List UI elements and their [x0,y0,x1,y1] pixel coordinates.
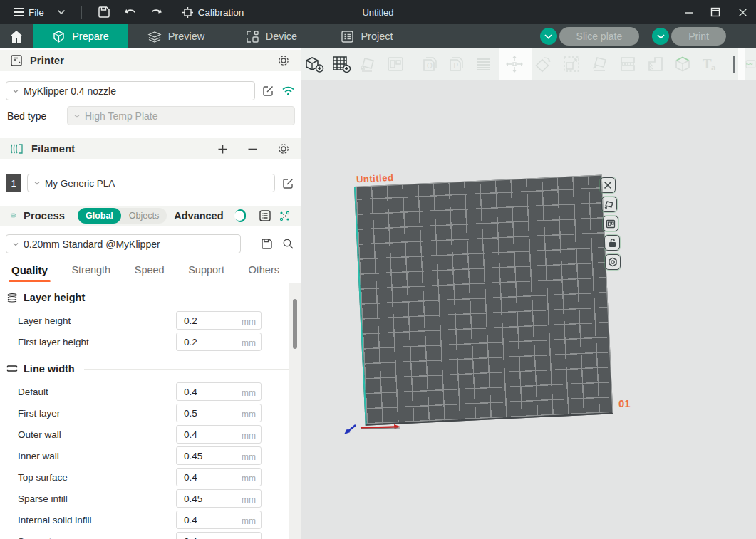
flatten-button[interactable] [589,53,611,75]
search-settings-button[interactable] [281,237,295,251]
move-icon [505,55,524,73]
inner-wall-value: 0.45 [184,451,202,461]
layer-height-value: 0.2 [184,315,197,326]
build-plate[interactable] [354,175,613,426]
default-line-width-value: 0.4 [184,387,197,397]
svg-text:O: O [427,62,433,70]
filament-preset-select[interactable]: My Generic PLA [27,174,275,192]
scope-objects-button[interactable]: Objects [121,208,167,224]
remove-filament-button[interactable] [245,142,259,156]
filament-preset-value: My Generic PLA [45,178,115,189]
move-button[interactable] [503,53,526,75]
bed-type-select[interactable]: High Temp Plate [67,106,295,125]
svg-text:P: P [454,62,459,70]
advanced-toggle[interactable] [235,209,246,222]
add-object-button[interactable] [303,53,326,75]
sidebar-scrollbar[interactable] [289,283,301,539]
default-line-width-input[interactable]: 0.4 mm [176,382,262,401]
plate-number-label: 01 [618,397,631,409]
plate-settings-button[interactable] [605,254,621,270]
first-layer-line-width-input[interactable]: 0.5 mm [176,404,262,422]
compare-presets-button[interactable] [279,209,291,223]
outer-wall-value: 0.4 [184,429,197,440]
scrollbar-thumb[interactable] [293,299,297,349]
close-icon [738,8,747,17]
minimize-button[interactable] [675,0,702,24]
save-preset-button[interactable] [259,237,274,251]
sparse-infill-input[interactable]: 0.45 mm [176,489,262,508]
svg-text:a: a [711,62,716,73]
auto-orient-button[interactable] [357,53,380,75]
tab-strength[interactable]: Strength [71,264,110,280]
tab-device-label: Device [266,31,297,42]
print-dropdown-button[interactable] [652,28,669,45]
parameter-table-button[interactable] [259,209,271,223]
file-menu[interactable]: File [9,4,48,21]
printer-preset-select[interactable]: MyKlipper 0.4 nozzle [6,81,255,100]
param-row-first-layer-height: First layer height 0.2 mm [0,333,301,351]
undo-button[interactable] [119,4,141,21]
tab-device[interactable]: Device [224,24,319,48]
save-button[interactable] [93,3,115,21]
support-line-width-input[interactable]: 0.4 mm [176,532,262,539]
tab-others[interactable]: Others [248,264,279,280]
print-button[interactable]: Print [671,27,726,46]
advanced-label: Advanced [174,210,223,221]
process-preset-select[interactable]: 0.20mm Standard @MyKlipper [6,234,241,253]
edit-printer-button[interactable] [261,84,275,98]
rotate-button[interactable] [532,53,554,75]
internal-solid-infill-unit: mm [242,514,256,526]
add-plate-button[interactable] [330,53,353,75]
mesh-boolean-button[interactable] [671,53,694,75]
calibration-button[interactable]: Calibration [177,4,249,21]
tab-support[interactable]: Support [188,264,224,280]
tab-quality[interactable]: Quality [11,264,48,281]
internal-solid-infill-input[interactable]: 0.4 mm [176,511,262,529]
top-surface-input[interactable]: 0.4 mm [176,468,262,486]
lock-plate-button[interactable] [604,235,620,251]
scope-global-button[interactable]: Global [78,208,121,224]
orient-plate-button[interactable] [601,197,617,212]
save-preset-icon [261,238,273,250]
home-button[interactable] [0,24,33,48]
outer-wall-input[interactable]: 0.4 mm [176,425,262,444]
outer-wall-label: Outer wall [18,429,176,440]
delete-plate-button[interactable] [600,177,616,193]
edit-filament-button[interactable] [281,176,295,190]
scale-button[interactable] [560,53,583,75]
cut-button[interactable] [616,53,639,75]
variable-layer-button[interactable] [472,53,494,75]
tab-speed[interactable]: Speed [135,264,165,280]
slice-dropdown-button[interactable] [540,28,557,45]
arrange-button[interactable] [384,53,407,75]
layer-height-input[interactable]: 0.2 mm [176,311,262,330]
top-surface-unit: mm [242,471,256,483]
wifi-connection-icon[interactable] [281,84,295,98]
project-icon [341,30,354,43]
tab-prepare[interactable]: Prepare [33,24,128,48]
add-filament-button[interactable] [215,142,229,156]
close-button[interactable] [729,0,756,24]
slice-plate-button[interactable]: Slice plate [559,27,640,46]
tab-preview[interactable]: Preview [128,24,224,48]
inner-wall-unit: mm [242,450,256,462]
text-tool-button[interactable]: T a [700,53,723,75]
split-parts-button[interactable]: P [445,53,467,75]
filament-settings-button[interactable] [276,142,291,156]
inner-wall-input[interactable]: 0.45 mm [176,446,262,465]
file-dropdown-button[interactable] [53,6,70,18]
support-paint-button[interactable] [644,53,667,75]
maximize-button[interactable] [702,0,729,24]
redo-button[interactable] [145,4,167,21]
layer-height-label: Layer height [18,315,176,326]
split-objects-button[interactable]: O [418,53,441,75]
mesh-boolean-icon [673,55,693,73]
viewport[interactable]: O P [301,48,756,539]
printer-settings-button[interactable] [276,53,291,68]
seam-paint-button[interactable] [745,53,756,75]
arrange-plate-button[interactable] [603,216,618,231]
filament-slot-badge[interactable]: 1 [6,174,21,192]
tab-project[interactable]: Project [319,24,415,48]
plate-toolbar [600,177,616,273]
first-layer-height-input[interactable]: 0.2 mm [176,333,262,351]
